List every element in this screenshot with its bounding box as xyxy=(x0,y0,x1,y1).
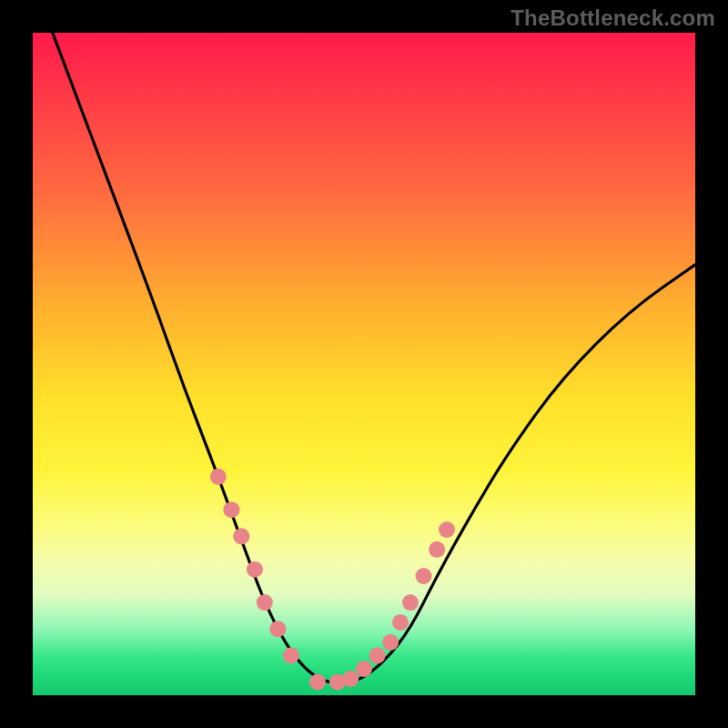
highlight-dot xyxy=(309,673,326,690)
highlight-dot xyxy=(247,561,263,578)
highlight-dot xyxy=(223,501,239,518)
watermark-text: TheBottleneck.com xyxy=(511,5,715,31)
highlight-dot-group xyxy=(210,469,455,691)
highlight-dot xyxy=(369,647,386,663)
chart-frame: TheBottleneck.com xyxy=(0,0,728,728)
highlight-dot xyxy=(210,469,227,485)
curve-svg xyxy=(33,33,695,695)
highlight-dot xyxy=(382,634,399,651)
highlight-dot xyxy=(257,594,273,611)
highlight-dot xyxy=(416,568,432,584)
highlight-dot xyxy=(342,671,359,687)
highlight-dot xyxy=(429,541,445,558)
highlight-dot xyxy=(356,661,372,677)
highlight-dot xyxy=(392,614,409,631)
highlight-dot xyxy=(402,594,419,611)
highlight-dot xyxy=(439,521,455,538)
bottleneck-curve-path xyxy=(33,33,695,682)
highlight-dot xyxy=(283,647,299,663)
highlight-dot xyxy=(269,621,286,637)
plot-area xyxy=(33,33,695,695)
highlight-dot xyxy=(233,528,249,544)
